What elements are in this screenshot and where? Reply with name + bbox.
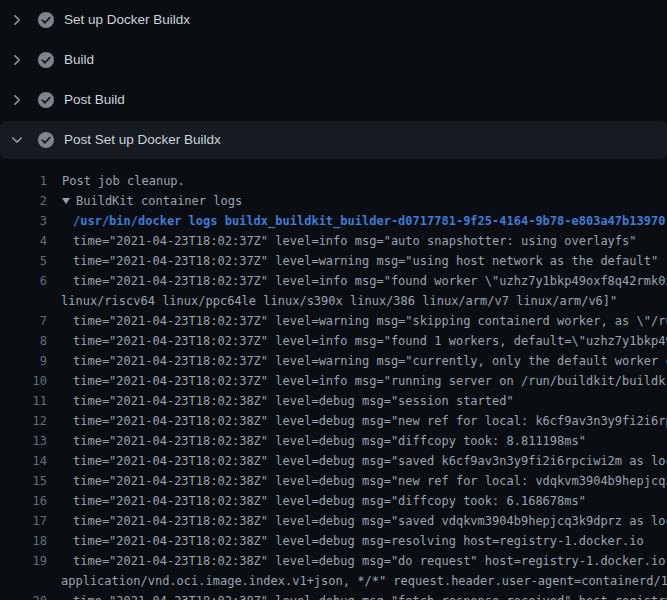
- log-line-number[interactable]: 10: [0, 371, 47, 391]
- log-line-number[interactable]: 13: [0, 431, 47, 451]
- log-line-text: application/vnd.oci.image.index.v1+json,…: [47, 571, 667, 591]
- check-circle-icon: [38, 52, 54, 68]
- log-text: application/vnd.oci.image.index.v1+json,…: [61, 574, 667, 588]
- log-line: 4 time="2021-04-23T18:02:37Z" level=info…: [0, 231, 667, 251]
- log-text: time="2021-04-23T18:02:38Z" level=debug …: [73, 554, 667, 568]
- step-row-post-build[interactable]: Post Build: [0, 80, 667, 120]
- log-text: time="2021-04-23T18:02:38Z" level=debug …: [73, 534, 644, 548]
- log-line-number[interactable]: 5: [0, 251, 47, 271]
- log-line-number[interactable]: 16: [0, 491, 47, 511]
- log-line: 10 time="2021-04-23T18:02:37Z" level=inf…: [0, 371, 667, 391]
- log-text: time="2021-04-23T18:02:37Z" level=warnin…: [73, 314, 667, 328]
- log-line: 7 time="2021-04-23T18:02:37Z" level=warn…: [0, 311, 667, 331]
- log-viewer: 1 Post job cleanup. 2 BuildKit container…: [0, 160, 667, 600]
- log-line-text: time="2021-04-23T18:02:37Z" level=info m…: [47, 271, 667, 291]
- step-row-set-up-docker-buildx[interactable]: Set up Docker Buildx: [0, 0, 667, 40]
- step-label: Set up Docker Buildx: [64, 12, 190, 28]
- log-line: 1 Post job cleanup.: [0, 171, 667, 191]
- log-line: 16 time="2021-04-23T18:02:38Z" level=deb…: [0, 491, 667, 511]
- log-text: linux/riscv64 linux/ppc64le linux/s390x …: [61, 294, 617, 308]
- log-line-number[interactable]: [0, 291, 47, 311]
- log-text: time="2021-04-23T18:02:37Z" level=info m…: [73, 334, 667, 348]
- log-line: 5 time="2021-04-23T18:02:37Z" level=warn…: [0, 251, 667, 271]
- log-line-number[interactable]: 12: [0, 411, 47, 431]
- log-line-text: linux/riscv64 linux/ppc64le linux/s390x …: [47, 291, 617, 311]
- check-circle-icon: [38, 92, 54, 108]
- caret-down-icon: [62, 198, 70, 204]
- log-line: 18 time="2021-04-23T18:02:38Z" level=deb…: [0, 531, 667, 551]
- log-text: time="2021-04-23T18:02:38Z" level=debug …: [73, 494, 586, 508]
- log-line-text: time="2021-04-23T18:02:37Z" level=warnin…: [47, 351, 667, 371]
- log-line: 12 time="2021-04-23T18:02:38Z" level=deb…: [0, 411, 667, 431]
- chevron-right-icon[interactable]: [9, 92, 25, 108]
- log-text: Post job cleanup.: [62, 174, 185, 188]
- chevron-right-icon[interactable]: [9, 52, 25, 68]
- log-line-text: time="2021-04-23T18:02:38Z" level=debug …: [47, 391, 514, 411]
- check-circle-icon: [38, 12, 54, 28]
- log-line: 8 time="2021-04-23T18:02:37Z" level=info…: [0, 331, 667, 351]
- log-line-number[interactable]: 20: [0, 591, 47, 600]
- log-line-text: /usr/bin/docker logs buildx_buildkit_bui…: [47, 211, 665, 231]
- log-line: 13 time="2021-04-23T18:02:38Z" level=deb…: [0, 431, 667, 451]
- log-line: 2 BuildKit container logs: [0, 191, 667, 211]
- log-group-header[interactable]: BuildKit container logs: [47, 191, 242, 211]
- log-text: time="2021-04-23T18:02:38Z" level=debug …: [73, 434, 586, 448]
- log-line-number[interactable]: 2: [0, 191, 47, 211]
- log-text: time="2021-04-23T18:02:37Z" level=warnin…: [73, 354, 667, 368]
- log-line: 11 time="2021-04-23T18:02:38Z" level=deb…: [0, 391, 667, 411]
- log-line-number[interactable]: 4: [0, 231, 47, 251]
- steps-list: Set up Docker Buildx Build Post Buil: [0, 0, 667, 159]
- log-text: time="2021-04-23T18:02:38Z" level=debug …: [73, 454, 667, 468]
- log-text: time="2021-04-23T18:02:37Z" level=info m…: [73, 234, 637, 248]
- log-line-text: time="2021-04-23T18:02:37Z" level=info m…: [47, 371, 667, 391]
- log-line: 9 time="2021-04-23T18:02:37Z" level=warn…: [0, 351, 667, 371]
- chevron-right-icon[interactable]: [9, 12, 25, 28]
- log-line-number[interactable]: 15: [0, 471, 47, 491]
- log-text: time="2021-04-23T18:02:37Z" level=warnin…: [73, 254, 658, 268]
- log-line-number[interactable]: 14: [0, 451, 47, 471]
- chevron-down-icon[interactable]: [9, 132, 25, 148]
- log-text: time="2021-04-23T18:02:37Z" level=info m…: [73, 374, 667, 388]
- log-line-number[interactable]: [0, 571, 47, 591]
- log-line-text: time="2021-04-23T18:02:38Z" level=debug …: [47, 531, 644, 551]
- log-text: time="2021-04-23T18:02:38Z" level=debug …: [73, 414, 667, 428]
- log-line-text: time="2021-04-23T18:02:38Z" level=debug …: [47, 411, 667, 431]
- log-line-number[interactable]: 7: [0, 311, 47, 331]
- log-line-text: time="2021-04-23T18:02:38Z" level=debug …: [47, 511, 667, 531]
- log-line-number[interactable]: 11: [0, 391, 47, 411]
- log-text: time="2021-04-23T18:02:38Z" level=debug …: [73, 514, 667, 528]
- log-line-text: time="2021-04-23T18:02:38Z" level=debug …: [47, 591, 667, 600]
- step-label: Post Set up Docker Buildx: [64, 132, 221, 148]
- log-line-text: time="2021-04-23T18:02:38Z" level=debug …: [47, 431, 586, 451]
- log-line: 15 time="2021-04-23T18:02:38Z" level=deb…: [0, 471, 667, 491]
- log-line-text: time="2021-04-23T18:02:38Z" level=debug …: [47, 491, 586, 511]
- log-line: 6 time="2021-04-23T18:02:37Z" level=info…: [0, 271, 667, 291]
- log-line-text: time="2021-04-23T18:02:37Z" level=warnin…: [47, 311, 667, 331]
- log-text: time="2021-04-23T18:02:38Z" level=debug …: [73, 594, 667, 600]
- step-label: Build: [64, 52, 94, 68]
- log-line-text: time="2021-04-23T18:02:38Z" level=debug …: [47, 451, 667, 471]
- step-label: Post Build: [64, 92, 125, 108]
- log-line-text: Post job cleanup.: [47, 171, 185, 191]
- log-line-number[interactable]: 1: [0, 171, 47, 191]
- log-line-number[interactable]: 3: [0, 211, 47, 231]
- log-line-text: time="2021-04-23T18:02:37Z" level=info m…: [47, 231, 637, 251]
- log-line-number[interactable]: 6: [0, 271, 47, 291]
- log-line-text: time="2021-04-23T18:02:38Z" level=debug …: [47, 551, 667, 571]
- log-line: 14 time="2021-04-23T18:02:38Z" level=deb…: [0, 451, 667, 471]
- log-line-text: time="2021-04-23T18:02:37Z" level=info m…: [47, 331, 667, 351]
- log-line-number[interactable]: 17: [0, 511, 47, 531]
- log-line-text: time="2021-04-23T18:02:38Z" level=debug …: [47, 471, 667, 491]
- log-text: time="2021-04-23T18:02:38Z" level=debug …: [73, 394, 514, 408]
- log-line-number[interactable]: 19: [0, 551, 47, 571]
- step-row-post-set-up-docker-buildx[interactable]: Post Set up Docker Buildx: [0, 121, 667, 159]
- log-line: 3 /usr/bin/docker logs buildx_buildkit_b…: [0, 211, 667, 231]
- log-text: time="2021-04-23T18:02:38Z" level=debug …: [73, 474, 667, 488]
- log-text: BuildKit container logs: [76, 194, 242, 208]
- log-line-number[interactable]: 18: [0, 531, 47, 551]
- step-row-build[interactable]: Build: [0, 40, 667, 80]
- log-line-number[interactable]: 9: [0, 351, 47, 371]
- log-line-text: time="2021-04-23T18:02:37Z" level=warnin…: [47, 251, 658, 271]
- log-line: 17 time="2021-04-23T18:02:38Z" level=deb…: [0, 511, 667, 531]
- log-line-number[interactable]: 8: [0, 331, 47, 351]
